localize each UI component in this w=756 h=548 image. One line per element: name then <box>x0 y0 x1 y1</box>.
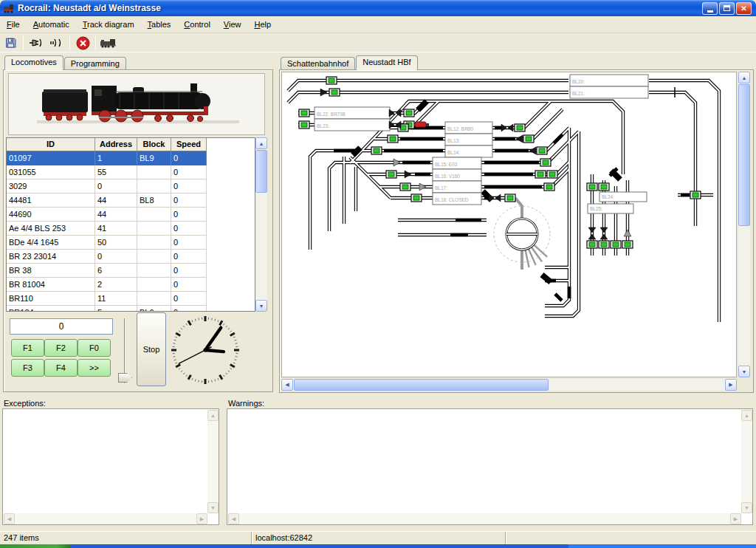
locomotive-button[interactable] <box>99 35 118 52</box>
table-row[interactable]: BR 23 2301400 <box>7 250 207 264</box>
sensor[interactable] <box>400 183 410 191</box>
sensor[interactable] <box>404 109 414 117</box>
table-scrollbar[interactable]: ▲ ▼ <box>255 137 267 312</box>
track-segment[interactable] <box>649 92 695 226</box>
warnings-log[interactable]: ▲ ▼ ◀ ▶ <box>227 408 753 525</box>
block-BL16[interactable]: BL16: V160 <box>433 169 481 181</box>
scroll-right-button[interactable]: ▶ <box>730 513 741 524</box>
locomotive-marker[interactable] <box>415 122 429 127</box>
block-BL20[interactable]: BL20: <box>570 75 648 86</box>
function-button-F0[interactable]: F0 <box>78 339 111 357</box>
scroll-left-button[interactable]: ◀ <box>4 513 15 524</box>
column-header-id[interactable]: ID <box>7 138 95 151</box>
table-row[interactable]: BR 8100420 <box>7 278 207 292</box>
scroll-up-button[interactable]: ▲ <box>738 72 750 83</box>
warnings-vscrollbar[interactable]: ▲ ▼ <box>741 410 752 513</box>
sensor[interactable] <box>535 171 546 178</box>
menu-file[interactable]: File <box>0 16 27 32</box>
sensor[interactable] <box>537 147 547 154</box>
close-button[interactable]: ✕ <box>736 2 752 15</box>
column-header-speed[interactable]: Speed <box>171 138 207 151</box>
menu-track-diagram[interactable]: Track diagram <box>76 16 141 32</box>
sensor[interactable] <box>411 194 422 202</box>
table-row[interactable]: BR 3860 <box>7 264 207 278</box>
sensor[interactable] <box>622 241 633 248</box>
signal-marker[interactable] <box>394 159 400 166</box>
scroll-down-button[interactable]: ▼ <box>741 502 752 513</box>
menu-automatic[interactable]: Automatic <box>27 16 76 32</box>
scroll-up-button[interactable]: ▲ <box>207 410 219 421</box>
track-diagram-canvas[interactable]: BL20:BL21:BL22: BR798BL23:BL12: BR80BL13… <box>281 72 737 377</box>
table-row[interactable]: 44690440 <box>7 208 207 222</box>
sensor[interactable] <box>329 89 340 96</box>
connect-button[interactable] <box>27 35 46 52</box>
table-row[interactable]: BDe 4/4 1645500 <box>7 236 207 250</box>
tab-schattenbahnhof[interactable]: Schattenbahnhof <box>281 57 355 70</box>
sensor[interactable] <box>540 159 551 166</box>
sensor[interactable] <box>523 135 534 143</box>
block-BL25[interactable]: BL25: <box>588 204 633 213</box>
tab-neustadt-hbf[interactable]: Neustadt HBf <box>356 55 417 70</box>
sensor[interactable] <box>599 241 609 248</box>
locomotive-table[interactable]: IDAddressBlockSpeed010971BL9003105555030… <box>6 137 255 312</box>
sensor[interactable] <box>505 194 515 202</box>
block-BL22[interactable]: BL22: BR798 <box>315 107 390 119</box>
scrollbar-thumb[interactable] <box>738 84 750 226</box>
signal-marker[interactable] <box>419 183 426 191</box>
block-BL23[interactable]: BL23: <box>315 119 390 131</box>
tab-locomotives[interactable]: Locomotives <box>4 55 63 70</box>
block-BL15[interactable]: BL15: E03 <box>433 157 481 169</box>
windows-taskbar[interactable] <box>0 544 756 548</box>
block-BL14[interactable]: BL14: <box>445 145 492 157</box>
sensor[interactable] <box>371 147 382 154</box>
sensor[interactable] <box>690 191 701 199</box>
block-BL24[interactable]: BL24: <box>599 192 647 202</box>
sensor[interactable] <box>544 183 554 191</box>
turnout-wedge[interactable] <box>542 275 551 282</box>
disconnect-button[interactable] <box>47 35 66 52</box>
sensor[interactable] <box>587 241 597 248</box>
speed-slider-thumb[interactable] <box>118 373 132 383</box>
table-row[interactable]: 031055550 <box>7 165 207 179</box>
menu-tables[interactable]: Tables <box>141 16 178 32</box>
table-row[interactable]: BR1845BL60 <box>7 306 207 312</box>
scroll-down-button[interactable]: ▼ <box>207 502 219 513</box>
block-BL18[interactable]: BL18: CLOSED <box>433 193 481 205</box>
diagram-vscrollbar[interactable]: ▲ ▼ <box>738 72 750 377</box>
block-BL13[interactable]: BL13: <box>445 134 492 145</box>
exceptions-hscrollbar[interactable]: ◀ ▶ <box>4 513 207 524</box>
emergency-stop-button[interactable] <box>73 35 92 52</box>
scrollbar-thumb[interactable] <box>255 150 267 193</box>
signal-marker[interactable] <box>529 147 536 154</box>
scroll-up-button[interactable]: ▲ <box>255 137 267 149</box>
menu-view[interactable]: View <box>217 16 248 32</box>
signal-marker[interactable] <box>516 135 523 143</box>
sensor[interactable] <box>587 183 597 191</box>
taskbar-window-button[interactable] <box>568 544 756 548</box>
tab-programming[interactable]: Programming <box>64 57 126 70</box>
sensor[interactable] <box>299 109 309 117</box>
block-BL17[interactable]: BL17: <box>433 181 481 193</box>
scroll-right-button[interactable]: ▶ <box>196 513 207 524</box>
function-button-F4[interactable]: F4 <box>44 359 78 377</box>
signal-marker[interactable] <box>405 171 411 178</box>
start-button[interactable] <box>0 544 70 548</box>
table-row[interactable]: 4448144BL80 <box>7 193 207 208</box>
scroll-down-button[interactable]: ▼ <box>738 366 750 377</box>
exceptions-vscrollbar[interactable]: ▲ ▼ <box>207 410 219 513</box>
turnout-wedge[interactable] <box>611 171 620 179</box>
scroll-left-button[interactable]: ◀ <box>228 513 239 524</box>
scroll-right-button[interactable]: ▶ <box>725 379 737 391</box>
scrollbar-thumb[interactable] <box>294 379 549 391</box>
table-row[interactable]: BR110110 <box>7 292 207 306</box>
sensor[interactable] <box>388 135 398 143</box>
sensor[interactable] <box>611 241 621 248</box>
function-button-next[interactable]: >> <box>78 359 111 377</box>
sensor[interactable] <box>599 183 609 191</box>
sensor[interactable] <box>515 124 525 131</box>
block-BL12[interactable]: BL12: BR80 <box>445 122 492 134</box>
sensor[interactable] <box>386 171 396 178</box>
track-segment[interactable] <box>649 81 719 322</box>
table-row[interactable]: Ae 4/4 BLS 253410 <box>7 222 207 236</box>
function-button-F2[interactable]: F2 <box>44 339 78 357</box>
